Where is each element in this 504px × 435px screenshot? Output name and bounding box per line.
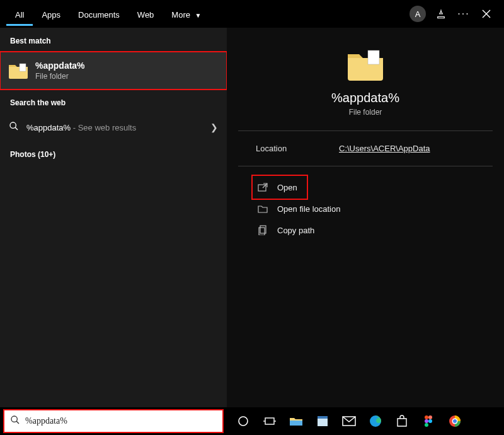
taskbar-app-notepad-icon[interactable]	[311, 410, 334, 432]
svg-rect-16	[318, 416, 328, 419]
svg-rect-2	[20, 64, 26, 71]
tab-all[interactable]: All	[6, 3, 33, 26]
web-result[interactable]: %appdata% - See web results ❯	[0, 113, 227, 141]
more-options-icon[interactable]: ···	[452, 3, 475, 25]
action-open-label: Open	[277, 183, 297, 192]
avatar-letter: A	[415, 9, 421, 19]
svg-rect-7	[260, 226, 266, 233]
action-copy-path[interactable]: Copy path	[253, 219, 493, 241]
detail-subtitle: File folder	[349, 108, 382, 117]
search-input-value: %appdata%	[25, 416, 67, 426]
action-copy-path-label: Copy path	[277, 226, 314, 235]
tab-more[interactable]: More ▼	[163, 3, 210, 26]
folder-icon	[8, 61, 29, 80]
search-input[interactable]: %appdata%	[4, 410, 223, 432]
svg-point-21	[425, 419, 428, 423]
folder-outline-icon	[256, 203, 270, 214]
figma-icon[interactable]	[417, 410, 440, 432]
best-match-heading: Best match	[0, 28, 227, 52]
search-icon	[10, 415, 20, 427]
cortana-icon[interactable]	[232, 410, 255, 432]
svg-rect-8	[259, 228, 265, 235]
photos-heading[interactable]: Photos (10+)	[0, 141, 227, 165]
svg-point-23	[425, 423, 428, 427]
task-view-icon[interactable]	[258, 410, 281, 432]
copy-icon	[256, 224, 270, 236]
location-value[interactable]: C:\Users\ACER\AppData	[339, 144, 430, 153]
chrome-icon[interactable]	[444, 410, 466, 432]
open-icon	[256, 182, 270, 193]
svg-point-9	[11, 416, 17, 422]
svg-line-4	[15, 127, 18, 130]
tab-documents[interactable]: Documents	[69, 3, 129, 26]
svg-line-10	[16, 421, 19, 424]
best-match-title: %appdata%	[35, 61, 85, 71]
store-icon[interactable]	[391, 410, 413, 432]
search-web-heading: Search the web	[0, 90, 227, 113]
tab-more-label: More	[171, 10, 190, 20]
search-icon	[9, 121, 20, 134]
detail-title: %appdata%	[331, 91, 399, 105]
best-match-subtitle: File folder	[35, 72, 85, 81]
location-key: Location	[238, 144, 339, 153]
action-open[interactable]: Open	[253, 177, 306, 198]
action-open-file-location-label: Open file location	[277, 204, 340, 214]
svg-point-11	[239, 417, 248, 426]
chevron-down-icon: ▼	[195, 12, 202, 19]
svg-rect-12	[265, 418, 274, 424]
close-icon[interactable]	[475, 3, 498, 25]
svg-point-3	[10, 122, 16, 128]
chevron-right-icon: ❯	[210, 122, 218, 132]
account-avatar[interactable]: A	[410, 6, 426, 22]
file-explorer-icon[interactable]	[285, 410, 307, 432]
svg-rect-5	[368, 50, 379, 64]
folder-icon	[345, 47, 386, 82]
svg-point-19	[425, 415, 428, 419]
svg-point-20	[428, 415, 432, 419]
svg-point-22	[428, 419, 432, 423]
tab-apps[interactable]: Apps	[33, 3, 69, 26]
action-open-file-location[interactable]: Open file location	[253, 198, 493, 219]
web-result-suffix: - See web results	[71, 123, 136, 132]
tab-web[interactable]: Web	[129, 3, 163, 26]
web-result-query: %appdata%	[26, 123, 71, 132]
edge-icon[interactable]	[364, 410, 387, 432]
mail-icon[interactable]	[338, 410, 360, 432]
svg-point-26	[453, 419, 457, 423]
feedback-icon[interactable]	[430, 3, 452, 25]
best-match-result[interactable]: %appdata% File folder	[0, 52, 227, 90]
